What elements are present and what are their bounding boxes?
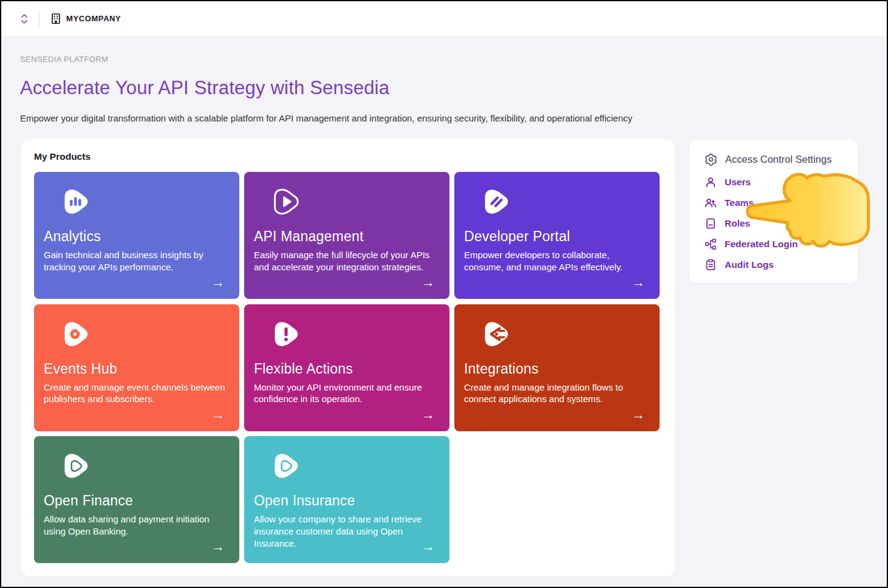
access-control-header: Access Control Settings	[705, 152, 845, 166]
product-card-title: Events Hub	[44, 361, 230, 377]
arrow-right-icon[interactable]: →	[211, 408, 225, 422]
product-card-description: Monitor your API environment and ensure …	[254, 381, 440, 406]
sidebar-collapse-button[interactable]	[18, 12, 30, 26]
product-card-title: Open Finance	[44, 493, 230, 509]
product-card-integrations[interactable]: IntegrationsCreate and manage integratio…	[454, 304, 660, 431]
product-card-api-management[interactable]: API ManagementEasily manage the full lif…	[244, 172, 449, 299]
access-link-roles[interactable]: Roles	[705, 217, 845, 230]
product-card-description: Gain technical and business insights by …	[44, 249, 230, 273]
product-cards-grid: AnalyticsGain technical and business ins…	[34, 172, 660, 563]
product-card-title: Integrations	[464, 361, 650, 377]
product-card-description: Create and manage event channels between…	[44, 381, 230, 406]
access-link-federated-login[interactable]: Federated Login	[705, 238, 845, 250]
developer-portal-icon	[482, 187, 511, 216]
access-control-links: Users Teams Roles Federated Login Audit …	[705, 176, 845, 271]
access-link-users[interactable]: Users	[705, 176, 845, 188]
hierarchy-icon	[705, 238, 717, 250]
access-link-audit-logs[interactable]: Audit Logs	[705, 258, 845, 271]
company-name: MYCOMPANY	[66, 14, 121, 23]
document-icon	[705, 217, 717, 230]
products-section-title: My Products	[34, 151, 91, 162]
product-card-description: Allow your company to share and retrieve…	[254, 513, 440, 550]
topbar: MYCOMPANY	[1, 1, 887, 36]
page-subtitle: Empower your digital transformation with…	[20, 113, 688, 123]
chevron-up-down-icon	[19, 13, 29, 25]
team-icon	[705, 197, 717, 209]
product-card-events-hub[interactable]: Events HubCreate and manage event channe…	[34, 304, 239, 431]
arrow-right-icon[interactable]: →	[422, 540, 435, 553]
access-link-label: Audit Logs	[725, 259, 774, 270]
api-management-icon	[272, 187, 301, 216]
product-card-description: Allow data sharing and payment initiatio…	[44, 513, 230, 538]
access-control-title: Access Control Settings	[725, 154, 832, 165]
analytics-icon	[62, 187, 91, 216]
product-card-description: Create and manage integration flows to c…	[464, 381, 650, 406]
gear-icon	[705, 153, 717, 166]
access-control-panel: Access Control Settings Users Teams Role…	[689, 140, 858, 283]
arrow-right-icon[interactable]: →	[632, 408, 645, 422]
open-insurance-icon	[272, 451, 301, 480]
product-card-title: Flexible Actions	[254, 361, 440, 377]
building-icon	[50, 13, 61, 24]
access-link-label: Users	[725, 177, 751, 188]
product-card-description: Easily manage the full lifecycle of your…	[254, 249, 440, 273]
topbar-divider	[39, 11, 39, 27]
access-link-label: Federated Login	[725, 239, 798, 250]
product-card-developer-portal[interactable]: Developer PortalEmpower developers to co…	[454, 172, 660, 299]
arrow-right-icon[interactable]: →	[211, 540, 225, 553]
arrow-right-icon[interactable]: →	[632, 276, 645, 289]
page-header: SENSEDIA PLATFORM Accelerate Your API St…	[20, 55, 688, 123]
product-card-title: Open Insurance	[254, 493, 440, 509]
access-link-teams[interactable]: Teams	[705, 196, 845, 209]
arrow-right-icon[interactable]: →	[422, 408, 435, 422]
clipboard-icon	[705, 259, 717, 271]
product-card-analytics[interactable]: AnalyticsGain technical and business ins…	[34, 172, 239, 299]
user-icon	[705, 176, 717, 188]
flexible-actions-icon	[272, 320, 301, 349]
organization-selector[interactable]: MYCOMPANY	[50, 13, 121, 24]
product-card-title: Developer Portal	[464, 228, 650, 245]
access-link-label: Roles	[725, 218, 750, 229]
product-card-open-insurance[interactable]: Open InsuranceAllow your company to shar…	[244, 436, 449, 563]
platform-eyebrow: SENSEDIA PLATFORM	[20, 55, 688, 64]
product-card-open-finance[interactable]: Open FinanceAllow data sharing and payme…	[34, 436, 239, 563]
open-finance-icon	[62, 451, 91, 480]
arrow-right-icon[interactable]: →	[211, 276, 225, 289]
app-window: MYCOMPANY SENSEDIA PLATFORM Accelerate Y…	[0, 0, 888, 588]
product-card-title: Analytics	[44, 228, 230, 245]
access-link-label: Teams	[725, 197, 754, 208]
arrow-right-icon[interactable]: →	[422, 276, 435, 289]
product-card-title: API Management	[254, 228, 440, 245]
product-card-flexible-actions[interactable]: Flexible ActionsMonitor your API environ…	[244, 304, 449, 431]
product-card-description: Empower developers to collaborate, consu…	[464, 249, 650, 273]
page-title: Accelerate Your API Strategy with Sensed…	[20, 77, 688, 99]
events-hub-icon	[62, 320, 91, 349]
integrations-icon	[482, 320, 511, 349]
my-products-panel: My Products AnalyticsGain technical and …	[21, 139, 675, 576]
